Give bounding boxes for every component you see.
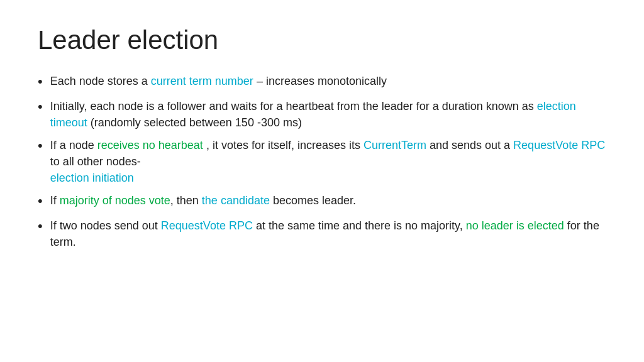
text-3a: If a node (50, 139, 97, 151)
bullet-dot-4: • (38, 191, 43, 211)
bullet-content-1: Each node stores a current term number –… (50, 73, 606, 89)
bullet-item-3: • If a node receives no hearbeat , it vo… (38, 137, 606, 186)
text-4a: If (50, 194, 60, 207)
bullet-dot-1: • (38, 72, 43, 92)
text-2b: (randomly selected between 150 -300 ms) (87, 116, 302, 129)
bullet-dot-3: • (38, 136, 43, 156)
bullet-item-4: • If majority of nodes vote, then the ca… (38, 192, 606, 211)
bullet-item-5: • If two nodes send out RequestVote RPC … (38, 217, 606, 250)
text-current-term-number: current term number (151, 75, 253, 87)
text-4c: becomes leader. (270, 194, 356, 207)
bullet-content-3: If a node receives no hearbeat , it vote… (50, 137, 606, 186)
text-majority-of-nodes-vote: majority of nodes vote (60, 194, 170, 207)
bullet-dot-5: • (38, 216, 43, 236)
text-the-candidate: the candidate (202, 194, 270, 207)
text-2a: Initially, each node is a follower and w… (50, 100, 537, 112)
text-election-initiation: election initiation (50, 172, 134, 184)
bullet-content-4: If majority of nodes vote, then the cand… (50, 192, 606, 209)
bullet-content-5: If two nodes send out RequestVote RPC at… (50, 217, 606, 250)
text-receives-no-hearbeat: receives no hearbeat (97, 139, 203, 151)
text-4b: , then (170, 194, 202, 207)
bullet-item-1: • Each node stores a current term number… (38, 73, 606, 92)
text-current-term: CurrentTerm (364, 139, 426, 151)
text-1b: – increases monotonically (253, 75, 387, 87)
text-5b: at the same time and there is no majorit… (253, 219, 466, 232)
bullet-content-2: Initially, each node is a follower and w… (50, 98, 606, 131)
text-no-leader-is-elected: no leader is elected (466, 219, 564, 232)
text-3d: to all other nodes- (50, 155, 141, 168)
bullet-dot-2: • (38, 97, 43, 117)
text-5a: If two nodes send out (50, 219, 161, 232)
slide-title: Leader election (38, 25, 606, 55)
text-1a: Each node stores a (50, 75, 151, 87)
slide: Leader election • Each node stores a cur… (0, 0, 644, 362)
text-requestvote-rpc-2: RequestVote RPC (161, 219, 253, 232)
bullet-item-2: • Initially, each node is a follower and… (38, 98, 606, 131)
text-3b: , it votes for itself, increases its (203, 139, 364, 151)
bullet-list: • Each node stores a current term number… (38, 73, 606, 250)
text-3c: and sends out a (426, 139, 513, 151)
text-requestvote-rpc-1: RequestVote RPC (513, 139, 605, 151)
